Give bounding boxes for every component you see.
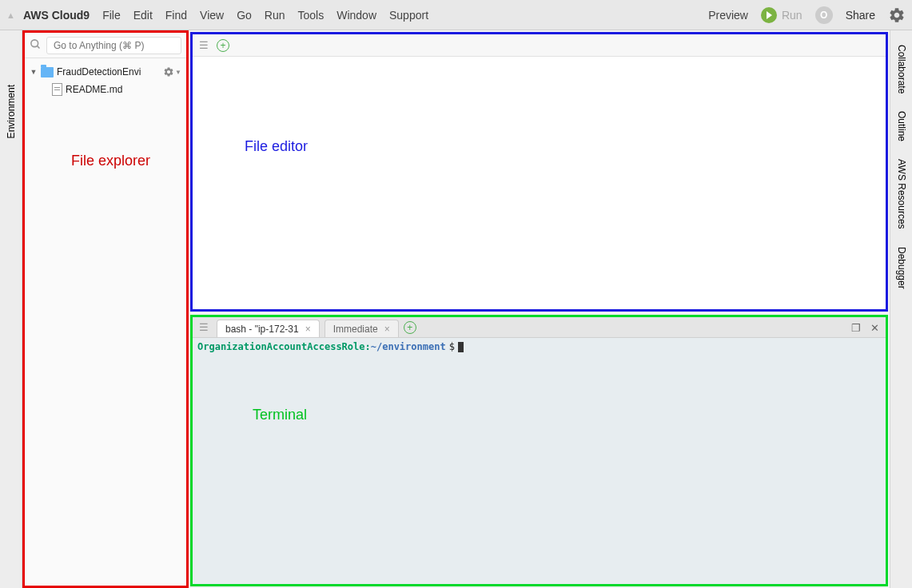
menu-find[interactable]: Find bbox=[165, 9, 187, 22]
menu-window[interactable]: Window bbox=[337, 9, 376, 22]
new-tab-button[interactable]: + bbox=[217, 39, 229, 52]
run-label: Run bbox=[782, 9, 802, 22]
editor-panel: ☰ + File editor bbox=[190, 32, 888, 312]
gear-icon[interactable] bbox=[888, 6, 906, 24]
close-icon[interactable]: × bbox=[305, 324, 311, 335]
play-icon bbox=[761, 7, 777, 23]
terminal-panel: ☰ bash - "ip-172-31 × Immediate × + ❐ ✕ … bbox=[190, 315, 888, 586]
terminal-tab-bash[interactable]: bash - "ip-172-31 × bbox=[217, 320, 320, 337]
file-explorer-panel: ▼ FraudDetectionEnvi ▼ README.md File ex… bbox=[22, 30, 189, 588]
editor-tabstrip: ☰ + bbox=[193, 34, 886, 57]
file-tree: ▼ FraudDetectionEnvi ▼ README.md bbox=[25, 58, 186, 103]
terminal-prompt-line: OrganizationAccountAccessRole:~/environm… bbox=[197, 341, 881, 352]
main-layout: Environment ▼ FraudDetectionEnvi ▼ bbox=[0, 30, 912, 588]
new-terminal-tab-button[interactable]: + bbox=[404, 321, 416, 334]
tab-label: bash - "ip-172-31 bbox=[225, 324, 299, 335]
panel-menu-icon[interactable]: ☰ bbox=[199, 39, 209, 51]
collapse-icon[interactable]: ▲ bbox=[6, 10, 15, 20]
menu-edit[interactable]: Edit bbox=[133, 9, 153, 22]
terminal-tabstrip: ☰ bash - "ip-172-31 × Immediate × + ❐ ✕ bbox=[193, 317, 886, 338]
menu-go[interactable]: Go bbox=[237, 9, 252, 22]
share-button[interactable]: Share bbox=[846, 9, 875, 22]
run-button[interactable]: Run bbox=[761, 7, 802, 23]
left-sidebar: Environment bbox=[0, 30, 22, 588]
menu-file[interactable]: File bbox=[102, 9, 121, 22]
tree-file-readme[interactable]: README.md bbox=[25, 81, 186, 98]
file-icon bbox=[52, 83, 62, 96]
terminal-window-controls: ❐ ✕ bbox=[851, 322, 879, 337]
chevron-down-icon: ▼ bbox=[30, 68, 38, 76]
close-icon[interactable]: × bbox=[384, 324, 390, 335]
menubar-right: Preview Run O Share bbox=[708, 6, 906, 24]
svg-line-1 bbox=[37, 46, 39, 48]
chevron-down-icon: ▼ bbox=[175, 69, 181, 76]
avatar[interactable]: O bbox=[815, 6, 833, 24]
sidebar-tab-environment[interactable]: Environment bbox=[6, 78, 17, 145]
terminal-role: OrganizationAccountAccessRole bbox=[197, 341, 365, 352]
maximize-icon[interactable]: ❐ bbox=[851, 322, 861, 334]
tree-root-folder[interactable]: ▼ FraudDetectionEnvi ▼ bbox=[25, 63, 186, 81]
sidebar-tab-aws-resources[interactable]: AWS Resources bbox=[896, 151, 907, 237]
search-icon[interactable] bbox=[30, 38, 42, 53]
annotation-explorer: File explorer bbox=[71, 153, 150, 169]
terminal-sep: : bbox=[365, 341, 371, 352]
right-sidebar: Collaborate Outline AWS Resources Debugg… bbox=[890, 30, 912, 588]
menu-run[interactable]: Run bbox=[265, 9, 285, 22]
menubar: ▲ AWS Cloud9 File Edit Find View Go Run … bbox=[0, 0, 912, 30]
folder-settings-button[interactable]: ▼ bbox=[163, 66, 181, 77]
terminal-path: ~/environment bbox=[371, 341, 446, 352]
file-label: README.md bbox=[66, 84, 181, 95]
tab-label: Immediate bbox=[333, 324, 378, 335]
sidebar-tab-collaborate[interactable]: Collaborate bbox=[896, 37, 907, 101]
preview-button[interactable]: Preview bbox=[708, 9, 748, 22]
close-icon[interactable]: ✕ bbox=[870, 322, 879, 334]
cursor-icon bbox=[458, 342, 464, 352]
panel-menu-icon[interactable]: ☰ bbox=[199, 321, 209, 333]
app-title: AWS Cloud9 bbox=[23, 9, 90, 22]
menu-tools[interactable]: Tools bbox=[298, 9, 325, 22]
center-column: ☰ + File editor ☰ bash - "ip-172-31 × Im… bbox=[189, 30, 890, 588]
terminal-body[interactable]: OrganizationAccountAccessRole:~/environm… bbox=[193, 338, 886, 584]
svg-point-0 bbox=[31, 39, 38, 46]
menu-view[interactable]: View bbox=[200, 9, 224, 22]
sidebar-tab-debugger[interactable]: Debugger bbox=[896, 239, 907, 297]
menu-support[interactable]: Support bbox=[389, 9, 428, 22]
terminal-prompt-symbol: $ bbox=[449, 341, 455, 352]
folder-icon bbox=[41, 67, 54, 77]
goto-input[interactable] bbox=[46, 37, 181, 54]
sidebar-tab-outline[interactable]: Outline bbox=[896, 103, 907, 149]
annotation-editor: File editor bbox=[245, 138, 308, 155]
mini-gear-icon bbox=[163, 66, 174, 77]
menu-items: File Edit Find View Go Run Tools Window … bbox=[102, 9, 428, 22]
explorer-header bbox=[25, 33, 186, 58]
terminal-tab-immediate[interactable]: Immediate × bbox=[325, 320, 399, 337]
root-folder-label: FraudDetectionEnvi bbox=[57, 66, 160, 77]
avatar-initial: O bbox=[820, 10, 827, 21]
